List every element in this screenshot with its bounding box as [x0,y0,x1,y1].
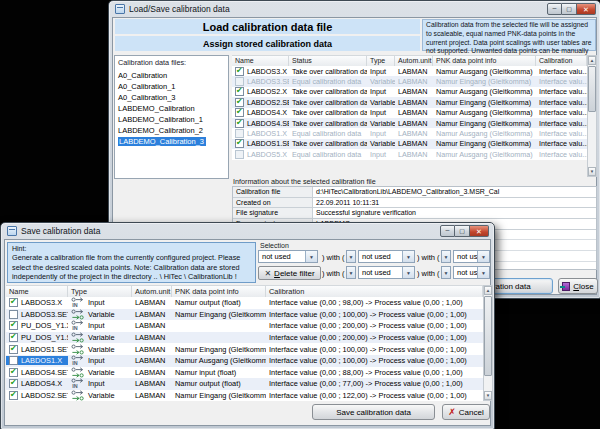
table-row[interactable]: LABDOS4.SETPTake over calibration dataVa… [232,118,587,128]
table-row[interactable]: LABDOS1.SETPTake over calibration dataVa… [232,139,587,149]
hint-box: Hint: Generate a calibration file from t… [7,242,256,283]
table-cell: Namur Eingang (Gleitkomma) [433,139,536,148]
save-table-scrollbar[interactable] [483,285,493,401]
file-list-item[interactable]: A0_Calibration_1 [115,81,228,92]
table-row[interactable]: LABDOS2.SETPVariableLABMANNamur Eingang … [6,390,483,402]
table-cell: Namur output (float) [172,379,266,388]
file-list-item[interactable]: A0_Calibration_3 [115,92,228,103]
load-table-scrollbar[interactable] [587,55,597,177]
table-row[interactable]: PU_DOS_Y1.XINInputLABMANInterface value … [6,320,483,332]
table-row[interactable]: LABDOS3.SETPVariableLABMANNamur Eingang … [6,309,483,321]
load-window-titlebar[interactable]: Load/Save calibration data [109,1,600,17]
column-header[interactable]: PNK data point info [433,56,536,66]
info-value: Successful signature verification [313,208,596,219]
row-checkbox[interactable] [9,321,18,330]
table-row[interactable]: PU_DOS_Y1.SETPVariableLABMANInterface va… [6,332,483,344]
info-row: Created on22.09.2011 10:11:31 [233,198,596,209]
column-header[interactable]: Name [232,56,289,66]
row-checkbox[interactable] [235,139,244,148]
row-checkbox[interactable] [235,119,244,128]
selection-combo-4[interactable]: not used [358,266,415,279]
delete-filter-button[interactable]: ✕ Delete filter [258,266,321,280]
operator-combo[interactable] [441,266,451,279]
file-list-item[interactable]: LABDEMO_Calibration_1 [115,114,228,125]
file-list-item[interactable]: LABDEMO_Calibration [115,103,228,114]
table-cell: Namur Ausgang (Gleitkomma) [433,67,536,76]
table-row[interactable]: LABDOS3.XTake over calibration dataInput… [232,66,587,76]
column-header[interactable]: Type [68,286,132,297]
calibration-files-list: A0_CalibrationA0_Calibration_1A0_Calibra… [115,70,228,147]
row-checkbox[interactable] [9,310,18,319]
scrollbar-thumb[interactable] [588,66,596,112]
row-checkbox[interactable] [9,333,18,342]
column-header[interactable]: Autom.unit [132,286,172,297]
operator-combo[interactable] [346,266,356,279]
assign-header-title: Assign stored calibration data [115,36,420,51]
row-checkbox[interactable] [9,368,18,377]
table-row[interactable]: LABDOS3.SETPEqual calibration dataVariab… [232,76,587,86]
table-row[interactable]: LABDOS2.SETPTake over calibration dataVa… [232,97,587,107]
row-checkbox[interactable] [235,77,244,86]
hint-text: Generate a calibration file from the cur… [12,253,251,282]
table-row[interactable]: LABDOS5.XEqual calibration dataInputLABM… [232,149,587,159]
row-checkbox[interactable] [9,345,18,354]
selection-combo-3[interactable]: not used [453,250,490,263]
selection-label: Selection [260,242,289,249]
table-row[interactable]: LABDOS1.XEqual calibration dataInputLABM… [232,128,587,138]
table-row[interactable]: LABDOS2.XTake over calibration dataInput… [232,87,587,97]
column-header[interactable]: Type [367,56,395,66]
minimize-icon[interactable] [440,225,455,237]
scrollbar-thumb[interactable] [484,296,492,376]
save-calibration-data-button[interactable]: Save calibration data [312,404,435,420]
row-checkbox[interactable] [235,98,244,107]
close-button[interactable]: Close [558,278,598,294]
exit-door-icon [562,282,570,291]
selection-combo-5[interactable]: not used [453,266,490,279]
row-checkbox[interactable] [9,356,18,365]
column-header[interactable]: Name [6,286,68,297]
file-list-item[interactable]: LABDEMO_Calibration_2 [115,125,228,136]
scroll-up-icon[interactable] [588,56,596,65]
close-icon[interactable] [577,3,596,15]
selection-combo-2[interactable]: not used [358,250,415,263]
table-row[interactable]: LABDOS1.XINInputLABMANNamur Ausgang (Gle… [6,355,483,367]
row-checkbox[interactable] [9,391,18,400]
maximize-icon[interactable] [455,225,470,237]
row-checkbox[interactable] [9,379,18,388]
load-table: LABDOS3.XTake over calibration dataInput… [232,66,587,160]
column-header[interactable]: PNK data point info [172,286,266,297]
file-list-item[interactable]: A0_Calibration [115,70,228,81]
scroll-up-icon[interactable] [484,286,492,295]
table-cell: Namur input (float) [172,368,266,377]
table-cell: LABMAN [395,98,433,107]
minimize-icon[interactable] [547,3,562,15]
column-header[interactable]: Calibration [536,56,587,66]
scroll-down-icon[interactable] [484,391,492,400]
variable-type-icon [71,390,85,401]
row-checkbox[interactable] [235,150,244,159]
column-header[interactable]: Autom.unit [395,56,433,66]
table-row[interactable]: LABDOS4.XINInputLABMANNamur output (floa… [6,378,483,390]
row-checkbox[interactable] [235,129,244,138]
save-window-titlebar[interactable]: Save calibration data [1,223,494,239]
table-row[interactable]: LABDOS4.SETPVariableLABMANNamur input (f… [6,367,483,379]
table-row[interactable]: LABDOS3.XINInputLABMANNamur output (floa… [6,297,483,309]
cancel-button[interactable]: ✗ Cancel [442,404,490,420]
row-checkbox[interactable] [235,108,244,117]
table-cell: LABMAN [395,119,433,128]
operator-combo[interactable] [441,250,451,263]
row-checkbox[interactable] [235,87,244,96]
operator-combo[interactable] [346,250,356,263]
table-row[interactable]: LABDOS1.SETPVariableLABMANNamur Eingang … [6,343,483,355]
column-header[interactable]: Calibration [266,286,483,297]
close-icon[interactable] [470,225,489,237]
chevron-down-icon [347,267,355,278]
row-checkbox[interactable] [235,67,244,76]
row-checkbox[interactable] [9,298,18,307]
selection-combo-1[interactable]: not used [258,250,318,263]
file-list-item[interactable]: LABDEMO_Calibration_3 [115,136,228,147]
maximize-icon[interactable] [562,3,577,15]
scroll-down-icon[interactable] [588,167,596,176]
table-row[interactable]: LABDOS4.XTake over calibration dataInput… [232,108,587,118]
column-header[interactable]: Status [289,56,367,66]
